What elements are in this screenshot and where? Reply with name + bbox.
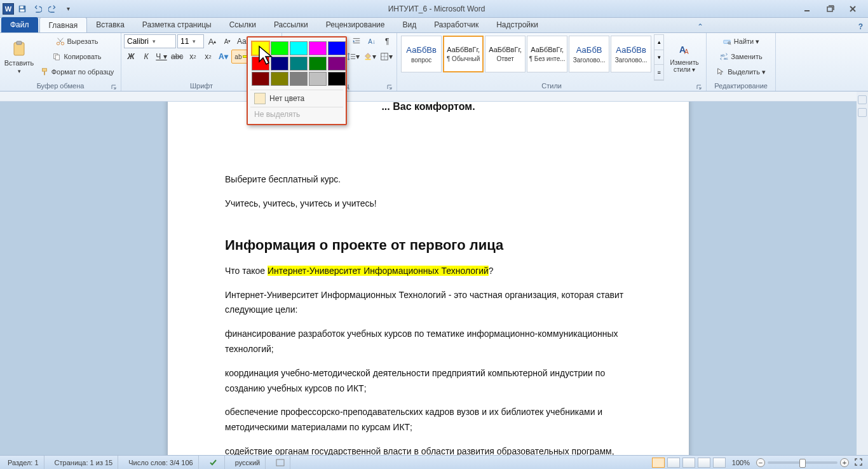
ribbon-tabs: Файл Главная Вставка Разметка страницы С… — [0, 18, 868, 33]
increase-indent[interactable] — [349, 34, 363, 48]
no-color-item[interactable]: Нет цвета — [250, 90, 343, 107]
style-item-3[interactable]: АаБбВвГг,Ответ — [485, 36, 526, 72]
status-insert[interactable] — [271, 456, 290, 469]
zoom-in[interactable]: + — [840, 458, 849, 467]
redo-button[interactable] — [46, 2, 60, 16]
tab-insert[interactable]: Вставка — [87, 17, 133, 32]
swatch-gray[interactable] — [290, 72, 308, 86]
clipboard-dialog[interactable] — [111, 82, 119, 90]
highlight-swatches — [250, 40, 343, 87]
status-section[interactable]: Раздел: 1 — [3, 456, 44, 469]
swatch-yellow[interactable] — [252, 41, 269, 55]
find-button[interactable]: Найти ▾ — [709, 34, 773, 48]
swatch-navy[interactable] — [271, 57, 288, 71]
view-read[interactable] — [667, 458, 680, 468]
swatch-green[interactable] — [271, 41, 288, 55]
select-button[interactable]: Выделить ▾ — [709, 65, 773, 79]
view-draft[interactable] — [713, 458, 726, 468]
paragraph: содействие органам государственной власт… — [225, 444, 632, 455]
format-painter-button[interactable]: Формат по образцу — [36, 65, 118, 79]
tab-addins[interactable]: Надстройки — [487, 17, 547, 32]
side-tool-2[interactable] — [858, 108, 867, 117]
ribbon: Вставить ▾ Вырезать Копировать Формат по… — [0, 33, 868, 92]
tab-review[interactable]: Рецензирование — [317, 17, 394, 32]
paragraph-dialog[interactable] — [387, 82, 395, 90]
swatch-cyan[interactable] — [290, 41, 308, 55]
borders-button[interactable]: ▾ — [379, 50, 394, 64]
italic-button[interactable]: К — [139, 50, 153, 64]
tab-references[interactable]: Ссылки — [220, 17, 265, 32]
subscript-button[interactable]: x2 — [186, 50, 200, 64]
copy-button[interactable]: Копировать — [36, 50, 118, 64]
svg-rect-2 — [20, 9, 25, 11]
cut-button[interactable]: Вырезать — [36, 34, 118, 48]
style-item-2[interactable]: АаБбВвГг,¶ Обычный — [443, 36, 484, 72]
change-styles-button[interactable]: AAИзменить стили ▾ — [665, 34, 703, 81]
swatch-olive[interactable] — [271, 72, 288, 86]
status-spell[interactable] — [204, 456, 225, 469]
word-icon[interactable]: W — [3, 3, 14, 15]
style-item-1[interactable]: АаБбВввопрос — [401, 36, 442, 72]
line-spacing[interactable]: ▾ — [346, 50, 361, 64]
ribbon-minimize[interactable]: ⌃ — [692, 21, 709, 32]
close-button[interactable] — [844, 3, 862, 15]
replace-button[interactable]: abacЗаменить — [709, 50, 773, 64]
qat-customize[interactable]: ▾ — [61, 2, 75, 16]
style-item-6[interactable]: АаБбВвЗаголово... — [611, 36, 651, 72]
swatch-black[interactable] — [328, 72, 346, 86]
swatch-silver[interactable] — [309, 72, 327, 86]
svg-rect-1 — [20, 6, 24, 8]
tab-layout[interactable]: Разметка страницы — [133, 17, 220, 32]
horizontal-ruler[interactable] — [0, 92, 857, 102]
tab-developer[interactable]: Разработчик — [425, 17, 487, 32]
view-web[interactable] — [682, 458, 695, 468]
tab-home[interactable]: Главная — [39, 17, 88, 32]
zoom-level[interactable]: 100% — [728, 459, 754, 466]
zoom-slider[interactable] — [768, 461, 837, 464]
swatch-maroon[interactable] — [252, 72, 269, 86]
swatch-blue[interactable] — [328, 41, 346, 55]
shrink-font[interactable]: A▾ — [220, 34, 234, 48]
show-marks[interactable]: ¶ — [380, 34, 394, 48]
swatch-red[interactable] — [252, 57, 269, 71]
grow-font[interactable]: A▴ — [205, 34, 219, 48]
title-bar: W ▾ ИНТУИТ_6 - Microsoft Word — [0, 0, 868, 18]
fullscreen-button[interactable] — [851, 458, 865, 468]
status-language[interactable]: русский — [230, 456, 266, 469]
swatch-darkgreen[interactable] — [309, 57, 327, 71]
help-button[interactable]: ? — [853, 21, 868, 32]
paste-button[interactable]: Вставить ▾ — [3, 34, 36, 80]
styles-scroll[interactable]: ▴▾≡ — [654, 34, 664, 81]
restore-button[interactable] — [821, 3, 839, 15]
sort-button[interactable]: A↓ — [365, 34, 379, 48]
bold-button[interactable]: Ж — [124, 50, 138, 64]
font-name-combo[interactable]: Calibri▾ — [124, 34, 176, 48]
swatch-magenta[interactable] — [309, 41, 327, 55]
view-outline[interactable] — [698, 458, 710, 468]
tab-file[interactable]: Файл — [1, 17, 38, 32]
underline-button[interactable]: Ч ▾ — [154, 50, 168, 64]
document-page[interactable]: ... Вас комфортом. Выберите бесплатный к… — [168, 102, 689, 455]
swatch-purple[interactable] — [328, 57, 346, 71]
undo-button[interactable] — [31, 2, 44, 16]
style-item-5[interactable]: АаБбВЗаголово... — [569, 36, 609, 72]
tab-mailings[interactable]: Рассылки — [265, 17, 317, 32]
view-print[interactable] — [652, 458, 665, 468]
side-tool-1[interactable] — [858, 95, 867, 104]
strike-button[interactable]: abc — [170, 50, 184, 64]
tab-view[interactable]: Вид — [393, 17, 425, 32]
save-button[interactable] — [15, 2, 29, 16]
status-page[interactable]: Страница: 1 из 15 — [50, 456, 119, 469]
status-words[interactable]: Число слов: 3/4 106 — [123, 456, 199, 469]
swatch-teal[interactable] — [290, 57, 308, 71]
group-clipboard: Вставить ▾ Вырезать Копировать Формат по… — [0, 33, 121, 91]
minimize-button[interactable] — [798, 3, 816, 15]
shading-button[interactable]: ▾ — [362, 50, 377, 64]
styles-dialog[interactable] — [696, 82, 704, 90]
zoom-out[interactable]: − — [756, 458, 765, 467]
window-controls — [798, 3, 868, 15]
font-size-combo[interactable]: 11▾ — [177, 34, 204, 48]
text-effects[interactable]: A▾ — [216, 50, 230, 64]
superscript-button[interactable]: x2 — [201, 50, 215, 64]
style-item-4[interactable]: АаБбВвГг,¶ Без инте... — [527, 36, 567, 72]
